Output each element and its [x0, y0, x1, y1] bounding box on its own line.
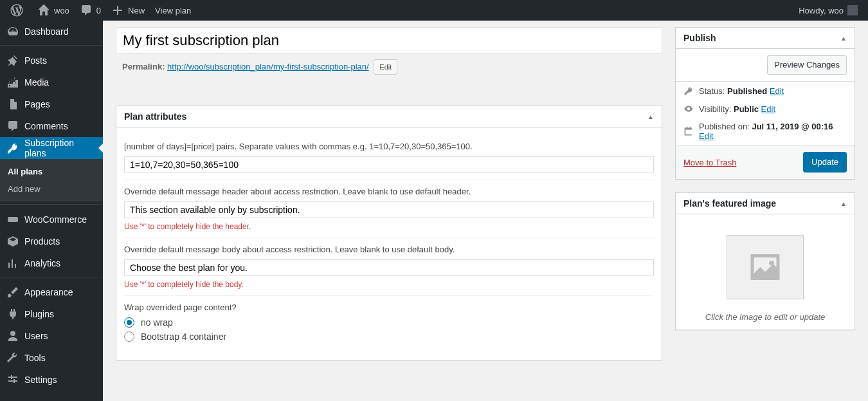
comment-icon: [6, 120, 19, 133]
radio-label: no wrap: [141, 317, 173, 328]
update-button[interactable]: Update: [803, 152, 847, 173]
comment-icon: [80, 4, 93, 17]
move-to-trash-link[interactable]: Move to Trash: [683, 158, 736, 167]
sidebar-item-media[interactable]: Media: [0, 71, 103, 93]
howdy-text: Howdy, woo: [799, 6, 844, 15]
avatar: [847, 5, 858, 15]
adminbar: woo 0 New View plan Howdy, woo: [0, 0, 868, 21]
sidebar-item-users[interactable]: Users: [0, 325, 103, 347]
toggle-icon[interactable]: ▲: [647, 113, 654, 120]
media-icon: [6, 76, 19, 89]
wrench-icon: [6, 351, 19, 364]
svg-rect-0: [8, 217, 18, 222]
permalink-row: Permalink: http://woo/subscription_plan/…: [116, 54, 662, 80]
toggle-icon[interactable]: ▲: [840, 35, 847, 42]
header-override-input[interactable]: [124, 201, 654, 218]
body-override-label: Override default message body about acce…: [124, 245, 654, 254]
key-icon: [683, 86, 694, 96]
permalink-label: Permalink:: [122, 62, 165, 71]
sidebar-item-appearance[interactable]: Appearance: [0, 281, 103, 303]
pin-icon: [6, 54, 19, 67]
key-icon: [6, 142, 19, 154]
featured-image-hint: Click the image to edit or update: [683, 312, 847, 322]
sidebar-item-settings[interactable]: Settings: [0, 369, 103, 391]
eye-icon: [683, 104, 694, 114]
sidebar-subitem-add-new[interactable]: Add new: [0, 180, 103, 198]
sidebar-item-analytics[interactable]: Analytics: [0, 252, 103, 274]
visibility-row: Visibility: Public Edit: [676, 100, 854, 118]
sidebar-item-label: Appearance: [24, 287, 73, 297]
plug-icon: [6, 308, 19, 321]
sidebar-item-label: Users: [24, 331, 48, 341]
sidebar-item-label: Analytics: [24, 258, 60, 268]
sidebar-subitem-all-plans[interactable]: All plans: [0, 163, 103, 180]
featured-image-placeholder[interactable]: [727, 235, 804, 299]
woo-icon: [6, 213, 19, 226]
my-account[interactable]: Howdy, woo: [793, 0, 863, 21]
brush-icon: [6, 286, 19, 299]
comments-count: 0: [96, 6, 101, 15]
wp-logo[interactable]: [5, 0, 32, 21]
sidebar-item-posts[interactable]: Posts: [0, 50, 103, 71]
main-wrap: Permalink: http://woo/subscription_plan/…: [103, 21, 868, 401]
wrap-option-nowrap[interactable]: no wrap: [124, 317, 654, 328]
page-icon: [6, 98, 19, 111]
permalink-link[interactable]: http://woo/subscription_plan/my-first-su…: [167, 62, 369, 71]
status-row: Status: Published Edit: [676, 82, 854, 100]
sliders-icon: [6, 373, 19, 386]
view-label: View plan: [155, 6, 191, 15]
edit-status-link[interactable]: Edit: [770, 86, 784, 96]
body-hint: Use '*' to completely hide the body.: [124, 280, 654, 289]
sidebar-item-subscription-plans[interactable]: Subscription plans: [0, 137, 103, 159]
home-icon: [37, 4, 50, 17]
sidebar-item-label: Posts: [24, 55, 47, 66]
radio-label: Bootstrap 4 container: [141, 331, 226, 342]
sidebar-item-label: Comments: [24, 121, 68, 131]
plus-icon: [111, 4, 124, 17]
comments-bubble[interactable]: 0: [75, 0, 106, 21]
preview-changes-button[interactable]: Preview Changes: [767, 55, 847, 75]
publish-box-title: Publish: [683, 33, 716, 43]
wrap-label: Wrap overrided page content?: [124, 303, 654, 312]
permalink-edit-button[interactable]: Edit: [374, 59, 397, 75]
site-name[interactable]: woo: [32, 0, 75, 21]
sidebar-item-label: Plugins: [24, 309, 54, 319]
edit-visibility-link[interactable]: Edit: [761, 104, 775, 114]
featured-image-title: Plan's featured image: [683, 198, 776, 209]
sidebar-item-woocommerce[interactable]: WooCommerce: [0, 209, 103, 230]
calendar-icon: [683, 126, 694, 136]
published-row: Published on: Jul 11, 2019 @ 00:16 Edit: [676, 118, 854, 145]
image-icon: [746, 248, 784, 286]
site-name-label: woo: [54, 6, 69, 15]
body-override-input[interactable]: [124, 259, 654, 276]
sidebar-item-products[interactable]: Products: [0, 230, 103, 252]
radio-icon: [124, 317, 134, 328]
radio-icon: [124, 331, 134, 342]
wrap-option-bootstrap[interactable]: Bootstrap 4 container: [124, 331, 654, 342]
box-icon: [6, 235, 19, 248]
sidebar-item-dashboard[interactable]: Dashboard: [0, 21, 103, 42]
sidebar-item-pages[interactable]: Pages: [0, 93, 103, 115]
sidebar-item-label: WooCommerce: [24, 214, 87, 225]
admin-sidebar: Dashboard Posts Media Pages Comments Sub…: [0, 21, 103, 401]
sidebar-item-label: Media: [24, 77, 49, 88]
sidebar-item-label: Settings: [24, 375, 57, 385]
view-plan[interactable]: View plan: [150, 0, 196, 21]
sidebar-submenu: All plans Add new: [0, 159, 103, 201]
sidebar-item-label: Dashboard: [24, 26, 69, 37]
sidebar-item-label: Pages: [24, 99, 50, 109]
new-label: New: [128, 6, 145, 15]
edit-date-link[interactable]: Edit: [699, 131, 713, 141]
title-input[interactable]: [116, 27, 662, 54]
pairs-input[interactable]: [124, 156, 654, 173]
sidebar-item-tools[interactable]: Tools: [0, 347, 103, 369]
new-content[interactable]: New: [106, 0, 150, 21]
toggle-icon[interactable]: ▲: [840, 200, 847, 207]
sidebar-item-label: Tools: [24, 353, 46, 363]
sidebar-item-plugins[interactable]: Plugins: [0, 303, 103, 325]
sidebar-item-comments[interactable]: Comments: [0, 115, 103, 137]
dashboard-icon: [6, 25, 19, 38]
header-override-label: Override default message header about ac…: [124, 187, 654, 196]
chart-icon: [6, 257, 19, 270]
pairs-label: [number of days]=[price] pairs. Separate…: [124, 142, 654, 151]
